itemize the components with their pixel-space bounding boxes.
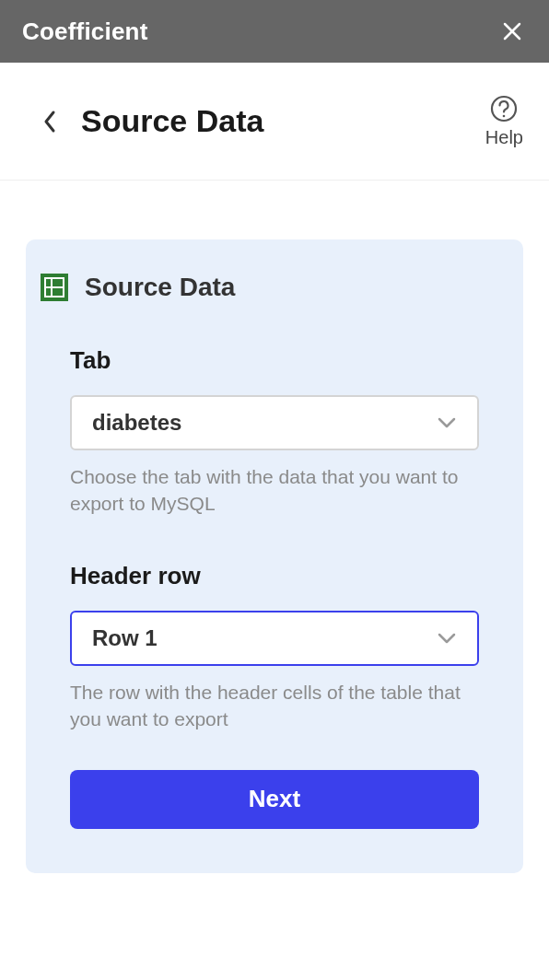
card-title: Source Data (85, 273, 235, 302)
help-label: Help (485, 127, 523, 148)
app-title: Coefficient (22, 18, 148, 46)
header-row-select-value: Row 1 (92, 625, 158, 651)
close-icon (501, 20, 523, 42)
tab-select[interactable]: diabetes (70, 395, 479, 450)
tab-help-text: Choose the tab with the data that you wa… (70, 463, 479, 518)
page-body: Source Data Tab diabetes Choose the tab … (0, 181, 549, 873)
back-button[interactable] (33, 105, 66, 138)
chevron-left-icon (41, 109, 58, 134)
tab-label: Tab (70, 346, 479, 375)
next-button-label: Next (249, 785, 300, 813)
tab-field-group: Tab diabetes Choose the tab with the dat… (70, 346, 479, 518)
help-button[interactable]: Help (485, 94, 523, 148)
close-button[interactable] (497, 17, 527, 46)
source-data-card: Source Data Tab diabetes Choose the tab … (26, 239, 523, 873)
chevron-down-icon (437, 632, 457, 645)
help-icon (489, 94, 519, 123)
tab-select-value: diabetes (92, 410, 181, 436)
page-title: Source Data (81, 103, 485, 139)
sheets-icon (41, 274, 68, 301)
header-row-select[interactable]: Row 1 (70, 611, 479, 666)
header-row-field-group: Header row Row 1 The row with the header… (70, 562, 479, 733)
page-header: Source Data Help (0, 63, 549, 181)
header-row-help-text: The row with the header cells of the tab… (70, 679, 479, 733)
next-button[interactable]: Next (70, 770, 479, 829)
header-row-label: Header row (70, 562, 479, 590)
chevron-down-icon (437, 416, 457, 429)
titlebar: Coefficient (0, 0, 549, 63)
svg-point-3 (503, 115, 506, 118)
card-header: Source Data (41, 273, 479, 302)
